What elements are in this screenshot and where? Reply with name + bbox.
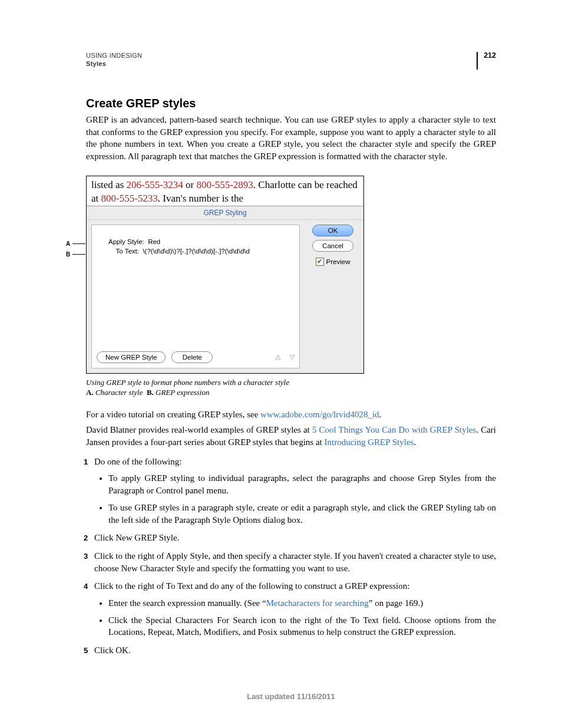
- video-tutorial-link[interactable]: www.adobe.com/go/lrvid4028_id: [260, 410, 379, 419]
- section-title: Create GREP styles: [86, 97, 496, 110]
- header-section: Styles: [86, 60, 477, 67]
- ok-button[interactable]: OK: [312, 225, 353, 236]
- steps-list: Do one of the following: To apply GREP s…: [86, 456, 496, 657]
- external-examples-paragraph: David Blatner provides real-world exampl…: [86, 424, 496, 448]
- apply-style-label: Apply Style:: [108, 238, 144, 245]
- sample-text: listed as 206-555-3234 or 800-555-2893. …: [87, 176, 363, 206]
- apply-style-row[interactable]: Apply Style: Red: [108, 238, 293, 245]
- step-4-bullet-2: Click the Special Characters For Search …: [108, 614, 496, 638]
- step-2: Click New GREP Style.: [86, 532, 496, 544]
- page-number: 212: [477, 52, 496, 70]
- move-up-icon[interactable]: △: [276, 353, 280, 361]
- cool-things-link[interactable]: 5 Cool Things You Can Do with GREP Style…: [312, 425, 476, 434]
- step-1: Do one of the following: To apply GREP s…: [86, 456, 496, 526]
- phone-number: 206-555-3234: [127, 179, 183, 190]
- to-text-row[interactable]: To Text: \(?(\d\d\d)\)?[-.]?(\d\d\d)[-.]…: [108, 248, 293, 255]
- step-1-bullet-2: To use GREP styles in a paragraph style,…: [108, 502, 496, 526]
- header-product: USING INDESIGN: [86, 52, 477, 59]
- step-5: Click OK.: [86, 644, 496, 657]
- step-3: Click to the right of Apply Style, and t…: [86, 550, 496, 574]
- dialog-title: GREP Styling: [87, 206, 363, 220]
- video-tutorial-paragraph: For a video tutorial on creating GREP st…: [86, 409, 496, 421]
- delete-button[interactable]: Delete: [171, 351, 213, 363]
- to-text-label: To Text:: [116, 248, 139, 255]
- step-4-bullet-1: Enter the search expression manually. (S…: [108, 597, 496, 610]
- move-down-icon[interactable]: ▽: [290, 353, 295, 361]
- preview-label: Preview: [326, 258, 351, 265]
- introducing-grep-link[interactable]: Introducing GREP Styles: [324, 437, 414, 447]
- apply-style-value: Red: [148, 238, 160, 245]
- to-text-value: \(?(\d\d\d)\)?[-.]?(\d\d\d)[-.]?(\d\d\d\…: [143, 248, 250, 255]
- new-grep-style-button[interactable]: New GREP Style: [97, 351, 166, 363]
- phone-number: 800-555-2893: [197, 179, 253, 190]
- step-1-bullet-1: To apply GREP styling to individual para…: [108, 472, 496, 496]
- callout-b: B: [66, 251, 85, 258]
- preview-checkbox[interactable]: ✔ Preview: [316, 258, 351, 266]
- metacharacters-link[interactable]: Metacharacters for searching: [266, 598, 369, 608]
- callout-a: A: [66, 241, 85, 247]
- step-4: Click to the right of To Text and do any…: [86, 580, 496, 638]
- figure-caption: Using GREP style to format phone numbers…: [86, 377, 364, 398]
- footer-updated: Last updated 11/16/2011: [86, 692, 496, 701]
- intro-paragraph: GREP is an advanced, pattern-based searc…: [86, 114, 496, 163]
- cancel-button[interactable]: Cancel: [312, 240, 353, 252]
- style-list-pane: Apply Style: Red To Text: \(?(\d\d\d)\)?…: [91, 225, 300, 368]
- figure: A B listed as 206-555-3234 or 800-555-28…: [86, 176, 364, 398]
- grep-styling-dialog: GREP Styling Apply Style: Red To Text: \…: [87, 206, 363, 373]
- checkbox-icon: ✔: [316, 258, 324, 266]
- phone-number: 800-555-5233: [101, 193, 158, 204]
